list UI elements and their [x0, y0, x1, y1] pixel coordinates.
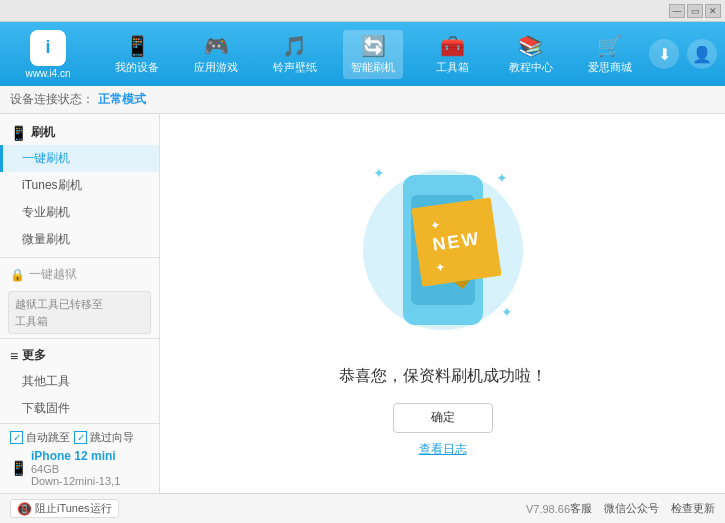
skip-wizard-check [74, 431, 87, 444]
close-btn[interactable]: ✕ [705, 4, 721, 18]
sidebar-jailbreak-notice: 越狱工具已转移至工具箱 [8, 291, 151, 334]
sidebar-item-itunes-flash[interactable]: iTunes刷机 [0, 172, 159, 199]
pro-flash-label: 专业刷机 [22, 205, 70, 219]
new-badge-wrapper: ✦ NEW ✦ [411, 197, 502, 294]
flash-section-label: 刷机 [31, 124, 55, 141]
logo-text: www.i4.cn [25, 68, 70, 79]
tutorial-icon: 📚 [518, 34, 543, 58]
sidebar-item-other-tools[interactable]: 其他工具 [0, 368, 159, 395]
bottom-left: 📵 阻止iTunes运行 [10, 499, 268, 518]
itunes-status-text: 阻止iTunes运行 [35, 501, 112, 516]
bottom-center: V7.98.66 [526, 503, 570, 515]
more-section-icon: ≡ [10, 348, 18, 364]
minimize-btn[interactable]: — [669, 4, 685, 18]
download-firmware-label: 下载固件 [22, 401, 70, 415]
store-icon: 🛒 [597, 34, 622, 58]
device-storage: 64GB [31, 463, 120, 475]
nav-tutorial-label: 教程中心 [509, 60, 553, 75]
nav-toolbox[interactable]: 🧰 工具箱 [422, 30, 482, 79]
nav-apps-games[interactable]: 🎮 应用游戏 [186, 30, 246, 79]
status-value: 正常模式 [98, 91, 146, 108]
status-bar: 设备连接状态： 正常模式 [0, 86, 725, 114]
nav-items: 📱 我的设备 🎮 应用游戏 🎵 铃声壁纸 🔄 智能刷机 🧰 工具箱 📚 教程中心… [98, 30, 649, 79]
success-text: 恭喜您，保资料刷机成功啦！ [339, 366, 547, 387]
download-btn[interactable]: ⬇ [649, 39, 679, 69]
new-badge: ✦ NEW ✦ [411, 197, 501, 286]
auto-jump-check [10, 431, 23, 444]
nav-right: ⬇ 👤 [649, 39, 717, 69]
more-section-label: 更多 [22, 347, 46, 364]
sidebar-item-download-firmware[interactable]: 下载固件 [0, 395, 159, 422]
auto-jump-checkbox[interactable]: 自动跳至 [10, 430, 70, 445]
flash-section-icon: 📱 [10, 125, 27, 141]
micro-flash-label: 微量刷机 [22, 232, 70, 246]
top-nav: i www.i4.cn 📱 我的设备 🎮 应用游戏 🎵 铃声壁纸 🔄 智能刷机 … [0, 22, 725, 86]
device-row: 📱 iPhone 12 mini 64GB Down-12mini-13,1 [10, 449, 149, 487]
itunes-phone-icon: 📵 [17, 502, 32, 516]
skip-wizard-checkbox[interactable]: 跳过向导 [74, 430, 134, 445]
nav-toolbox-label: 工具箱 [436, 60, 469, 75]
bottom-right: 客服 微信公众号 检查更新 [570, 501, 715, 516]
content-area: ✦ NEW ✦ ✦ ✦ ✦ 恭喜您，保资料刷机成功啦！ 确定 查看日志 [160, 114, 725, 493]
restore-btn[interactable]: ▭ [687, 4, 703, 18]
my-device-icon: 📱 [125, 34, 150, 58]
sidebar-divider-2 [0, 338, 159, 339]
toolbox-icon: 🧰 [440, 34, 465, 58]
nav-ringtones[interactable]: 🎵 铃声壁纸 [265, 30, 325, 79]
logo: i www.i4.cn [8, 30, 88, 79]
device-firmware: Down-12mini-13,1 [31, 475, 120, 487]
device-name: iPhone 12 mini [31, 449, 120, 463]
auto-jump-label: 自动跳至 [26, 430, 70, 445]
user-btn[interactable]: 👤 [687, 39, 717, 69]
nav-store[interactable]: 🛒 爱思商城 [580, 30, 640, 79]
sidebar-section-jailbreak: 🔒 一键越狱 [0, 262, 159, 287]
nav-store-label: 爱思商城 [588, 60, 632, 75]
nav-apps-games-label: 应用游戏 [194, 60, 238, 75]
nav-my-device-label: 我的设备 [115, 60, 159, 75]
sidebar-section-flash: 📱 刷机 [0, 120, 159, 145]
sparkle-1: ✦ [373, 165, 385, 181]
nav-tutorial[interactable]: 📚 教程中心 [501, 30, 561, 79]
illustration: ✦ NEW ✦ ✦ ✦ ✦ [353, 150, 533, 350]
sidebar-item-micro-flash[interactable]: 微量刷机 [0, 226, 159, 253]
sidebar-section-more: ≡ 更多 [0, 343, 159, 368]
nav-smart-flash-label: 智能刷机 [351, 60, 395, 75]
device-info-panel: 自动跳至 跳过向导 📱 iPhone 12 mini 64GB Down-12m… [0, 423, 160, 493]
jailbreak-label: 一键越狱 [29, 266, 77, 283]
one-click-flash-label: 一键刷机 [22, 151, 70, 165]
customer-service-link[interactable]: 客服 [570, 501, 592, 516]
wechat-link[interactable]: 微信公众号 [604, 501, 659, 516]
nav-smart-flash[interactable]: 🔄 智能刷机 [343, 30, 403, 79]
nav-ringtones-label: 铃声壁纸 [273, 60, 317, 75]
status-label: 设备连接状态： [10, 91, 94, 108]
sidebar-item-one-click-flash[interactable]: 一键刷机 [0, 145, 159, 172]
smart-flash-icon: 🔄 [361, 34, 386, 58]
other-tools-label: 其他工具 [22, 374, 70, 388]
device-phone-icon: 📱 [10, 460, 27, 476]
logo-icon: i [30, 30, 66, 66]
confirm-button[interactable]: 确定 [393, 403, 493, 433]
bottom-bar: 📵 阻止iTunes运行 自动跳至 跳过向导 📱 iPhone 12 mini … [0, 493, 725, 523]
sparkle-2: ✦ [496, 170, 508, 186]
sidebar-item-pro-flash[interactable]: 专业刷机 [0, 199, 159, 226]
itunes-flash-label: iTunes刷机 [22, 178, 82, 192]
version-text: V7.98.66 [526, 503, 570, 515]
sparkle-3: ✦ [501, 304, 513, 320]
check-update-link[interactable]: 检查更新 [671, 501, 715, 516]
sidebar-divider-1 [0, 257, 159, 258]
ringtones-icon: 🎵 [282, 34, 307, 58]
device-details: iPhone 12 mini 64GB Down-12mini-13,1 [31, 449, 120, 487]
itunes-status-item[interactable]: 📵 阻止iTunes运行 [10, 499, 119, 518]
nav-my-device[interactable]: 📱 我的设备 [107, 30, 167, 79]
skip-wizard-label: 跳过向导 [90, 430, 134, 445]
view-log-link[interactable]: 查看日志 [419, 441, 467, 458]
lock-icon: 🔒 [10, 268, 25, 282]
apps-games-icon: 🎮 [204, 34, 229, 58]
checkboxes-row: 自动跳至 跳过向导 [10, 430, 149, 445]
title-bar: — ▭ ✕ [0, 0, 725, 22]
